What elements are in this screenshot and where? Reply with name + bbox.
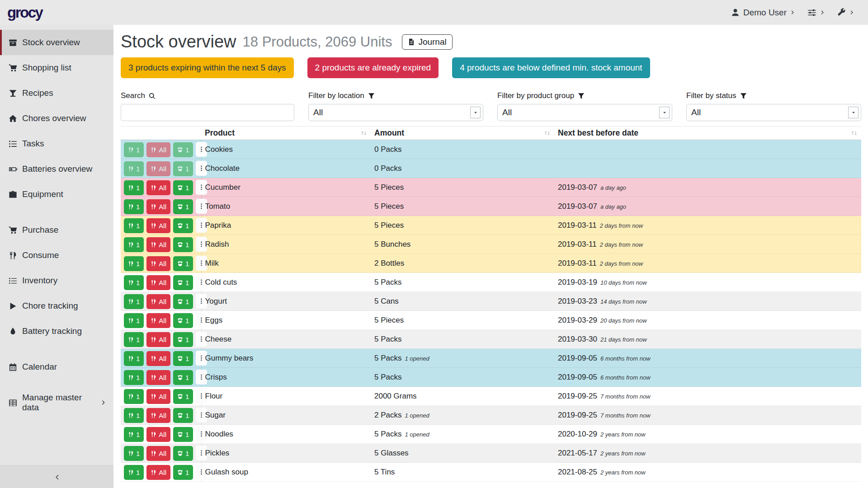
sidebar-item-battery-tracking[interactable]: Battery tracking: [0, 319, 113, 344]
consume-one-button[interactable]: 1: [124, 465, 144, 480]
consume-one-button[interactable]: 1: [124, 332, 144, 347]
search-input[interactable]: [121, 104, 294, 121]
sidebar-item-consume[interactable]: Consume: [0, 243, 113, 268]
location-filter-select[interactable]: All: [308, 104, 483, 121]
open-one-button[interactable]: 1: [173, 446, 193, 461]
status-badge-1[interactable]: 2 products are already expired: [307, 57, 439, 78]
sidebar-item-tasks[interactable]: Tasks: [0, 131, 113, 156]
consume-all-button[interactable]: All: [146, 465, 170, 480]
sidebar-item-recipes[interactable]: Recipes: [0, 80, 113, 106]
consume-one-button[interactable]: 1: [124, 446, 144, 461]
consume-all-button[interactable]: All: [146, 294, 170, 309]
consume-all-button[interactable]: All: [146, 180, 170, 195]
product-column-header[interactable]: Product: [201, 127, 371, 140]
consume-one-button[interactable]: 1: [124, 180, 144, 195]
sidebar-item-calendar[interactable]: Calendar: [0, 354, 113, 380]
open-one-button[interactable]: 1: [173, 180, 193, 195]
open-one-button[interactable]: 1: [173, 199, 193, 214]
consume-one-button[interactable]: 1: [124, 351, 144, 366]
consume-one-button[interactable]: 1: [124, 389, 144, 404]
sidebar-item-chores-overview[interactable]: Chores overview: [0, 106, 113, 131]
consume-all-button[interactable]: All: [146, 427, 170, 442]
open-one-button[interactable]: 1: [173, 294, 193, 309]
open-one-button[interactable]: 1: [173, 370, 193, 385]
consume-all-button[interactable]: All: [146, 218, 170, 233]
open-one-button[interactable]: 1: [173, 427, 193, 442]
consume-all-button[interactable]: All: [146, 275, 170, 290]
sidebar-item-purchase[interactable]: Purchase: [0, 217, 113, 243]
consume-one-button[interactable]: 1: [124, 275, 144, 290]
sidebar-item-equipment[interactable]: Equipment: [0, 182, 113, 207]
consume-one-button[interactable]: 1: [124, 218, 144, 233]
status-filter-select[interactable]: All: [686, 104, 861, 121]
table-row: 1All1Flour2000 Grams2019-09-257 months f…: [121, 387, 861, 406]
status-badge-2[interactable]: 4 products are below defined min. stock …: [452, 57, 650, 78]
product-name: Paprika: [205, 221, 231, 230]
amount-cell: 5 Packs: [371, 273, 554, 292]
sidebar-item-chore-tracking[interactable]: Chore tracking: [0, 293, 113, 319]
consume-all-button[interactable]: All: [146, 408, 170, 423]
sidebar-nav: Stock overviewShopping listRecipesChores…: [0, 25, 113, 415]
consume-one-button[interactable]: 1: [124, 256, 144, 271]
table-row: 1All1Gulash soup5 Tins2021-08-252 years …: [121, 463, 861, 482]
open-one-button[interactable]: 1: [173, 332, 193, 347]
open-one-button[interactable]: 1: [173, 465, 193, 480]
open-one-button[interactable]: 1: [173, 237, 193, 252]
admin-menu[interactable]: [837, 8, 854, 17]
date-cell: 2020-10-292 years from now: [554, 425, 861, 444]
sidebar-item-shopping-list[interactable]: Shopping list: [0, 55, 113, 80]
table-row: 1All1Sugar2 Packs1 opened2019-09-257 mon…: [121, 406, 861, 425]
open-one-button[interactable]: 1: [173, 256, 193, 271]
open-one-button[interactable]: 1: [173, 218, 193, 233]
consume-all-button[interactable]: All: [146, 237, 170, 252]
consume-all-button[interactable]: All: [146, 332, 170, 347]
consume-one-button[interactable]: 1: [124, 142, 144, 157]
product-cell: Crisps: [201, 368, 371, 387]
utensils-icon: [128, 450, 134, 456]
open-one-button[interactable]: 1: [173, 389, 193, 404]
sidebar-collapse-button[interactable]: [0, 465, 113, 488]
product-group-filter-select[interactable]: All: [497, 104, 672, 121]
consume-one-button[interactable]: 1: [124, 161, 144, 176]
sidebar-item-inventory[interactable]: Inventory: [0, 268, 113, 293]
consume-all-button[interactable]: All: [146, 351, 170, 366]
consume-one-button[interactable]: 1: [124, 294, 144, 309]
amount-column-header[interactable]: Amount: [371, 127, 554, 140]
date-note: 2 days from now: [600, 222, 643, 229]
search-label: Search: [121, 91, 294, 100]
consume-one-button[interactable]: 1: [124, 199, 144, 214]
journal-button[interactable]: Journal: [402, 34, 452, 50]
consume-all-button[interactable]: All: [146, 389, 170, 404]
consume-all-button[interactable]: All: [146, 256, 170, 271]
sidebar-item-batteries-overview[interactable]: Batteries overview: [0, 156, 113, 182]
open-one-button[interactable]: 1: [173, 275, 193, 290]
open-one-button[interactable]: 1: [173, 351, 193, 366]
consume-all-button[interactable]: All: [146, 161, 170, 176]
open-one-button[interactable]: 1: [173, 313, 193, 328]
consume-all-button[interactable]: All: [146, 199, 170, 214]
button-label: 1: [136, 431, 140, 438]
consume-one-button[interactable]: 1: [124, 237, 144, 252]
product-name: Cookies: [205, 145, 233, 154]
product-cell: Sugar: [201, 406, 371, 425]
open-one-button[interactable]: 1: [173, 161, 193, 176]
open-one-button[interactable]: 1: [173, 142, 193, 157]
consume-all-button[interactable]: All: [146, 446, 170, 461]
open-one-button[interactable]: 1: [173, 408, 193, 423]
date-cell: 2019-03-07a day ago: [554, 197, 861, 216]
consume-one-button[interactable]: 1: [124, 313, 144, 328]
settings-menu[interactable]: [807, 8, 825, 17]
sidebar-item-manage-master-data[interactable]: Manage master data: [0, 390, 113, 415]
sidebar-item-stock-overview[interactable]: Stock overview: [0, 30, 113, 55]
utensils-icon: [151, 223, 156, 229]
consume-one-button[interactable]: 1: [124, 370, 144, 385]
user-menu[interactable]: Demo User: [731, 8, 795, 18]
consume-all-button[interactable]: All: [146, 313, 170, 328]
consume-one-button[interactable]: 1: [124, 427, 144, 442]
status-badge-0[interactable]: 3 products expiring within the next 5 da…: [121, 57, 294, 78]
ellipsis-v-icon: [198, 165, 205, 172]
consume-all-button[interactable]: All: [146, 142, 170, 157]
date-column-header[interactable]: Next best before date: [554, 127, 861, 140]
consume-one-button[interactable]: 1: [124, 408, 144, 423]
consume-all-button[interactable]: All: [146, 370, 170, 385]
